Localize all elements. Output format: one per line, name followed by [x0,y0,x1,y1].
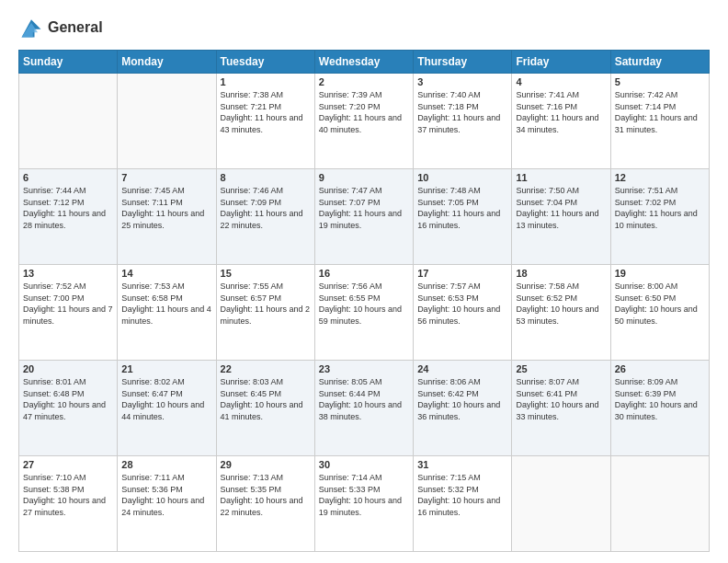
day-number: 19 [615,268,705,279]
day-info: Sunrise: 7:11 AMSunset: 5:36 PMDaylight:… [121,472,211,518]
day-cell: 6Sunrise: 7:44 AMSunset: 7:12 PMDaylight… [19,169,118,265]
weekday-header-sunday: Sunday [19,51,118,74]
day-cell: 1Sunrise: 7:38 AMSunset: 7:21 PMDaylight… [216,74,314,169]
header: General [18,15,710,40]
page: General SundayMondayTuesdayWednesdayThur… [0,0,728,563]
day-cell: 12Sunrise: 7:51 AMSunset: 7:02 PMDayligh… [610,169,709,265]
day-info: Sunrise: 7:53 AMSunset: 6:58 PMDaylight:… [121,281,211,327]
day-number: 7 [121,172,211,183]
day-number: 5 [615,76,705,87]
day-number: 4 [516,76,606,87]
logo-icon [18,15,44,40]
day-number: 24 [417,363,507,374]
day-cell: 30Sunrise: 7:14 AMSunset: 5:33 PMDayligh… [314,456,413,552]
day-number: 29 [221,459,311,470]
day-cell: 13Sunrise: 7:52 AMSunset: 7:00 PMDayligh… [19,265,118,361]
logo-text: General [48,19,103,36]
day-number: 15 [221,268,311,279]
day-cell: 11Sunrise: 7:50 AMSunset: 7:04 PMDayligh… [512,169,610,265]
day-cell: 26Sunrise: 8:09 AMSunset: 6:39 PMDayligh… [610,361,709,456]
day-number: 25 [516,363,606,374]
week-row-5: 27Sunrise: 7:10 AMSunset: 5:38 PMDayligh… [19,456,710,552]
day-info: Sunrise: 7:13 AMSunset: 5:35 PMDaylight:… [221,472,311,518]
day-cell: 8Sunrise: 7:46 AMSunset: 7:09 PMDaylight… [216,169,314,265]
day-info: Sunrise: 7:56 AMSunset: 6:55 PMDaylight:… [319,281,409,327]
day-cell: 3Sunrise: 7:40 AMSunset: 7:18 PMDaylight… [414,74,512,169]
day-cell: 19Sunrise: 8:00 AMSunset: 6:50 PMDayligh… [610,265,709,361]
weekday-header-thursday: Thursday [414,51,512,74]
day-info: Sunrise: 8:06 AMSunset: 6:42 PMDaylight:… [417,376,507,422]
day-info: Sunrise: 7:58 AMSunset: 6:52 PMDaylight:… [516,281,606,327]
day-cell [118,74,216,169]
day-cell: 31Sunrise: 7:15 AMSunset: 5:32 PMDayligh… [414,456,512,552]
calendar-table: SundayMondayTuesdayWednesdayThursdayFrid… [18,50,710,552]
day-number: 2 [319,76,409,87]
day-number: 12 [615,172,705,183]
day-cell: 18Sunrise: 7:58 AMSunset: 6:52 PMDayligh… [512,265,610,361]
day-cell: 14Sunrise: 7:53 AMSunset: 6:58 PMDayligh… [118,265,216,361]
day-info: Sunrise: 7:42 AMSunset: 7:14 PMDaylight:… [615,89,705,135]
day-cell: 24Sunrise: 8:06 AMSunset: 6:42 PMDayligh… [414,361,512,456]
logo: General [18,15,103,40]
day-info: Sunrise: 7:40 AMSunset: 7:18 PMDaylight:… [417,89,507,135]
day-info: Sunrise: 8:00 AMSunset: 6:50 PMDaylight:… [615,281,705,327]
day-number: 23 [319,363,409,374]
day-info: Sunrise: 7:41 AMSunset: 7:16 PMDaylight:… [516,89,606,135]
week-row-1: 1Sunrise: 7:38 AMSunset: 7:21 PMDaylight… [19,74,710,169]
day-number: 9 [319,172,409,183]
day-cell: 29Sunrise: 7:13 AMSunset: 5:35 PMDayligh… [216,456,314,552]
day-info: Sunrise: 7:57 AMSunset: 6:53 PMDaylight:… [417,281,507,327]
day-number: 6 [23,172,113,183]
day-info: Sunrise: 7:38 AMSunset: 7:21 PMDaylight:… [221,89,311,135]
day-cell [610,456,709,552]
day-info: Sunrise: 7:50 AMSunset: 7:04 PMDaylight:… [516,185,606,231]
day-number: 31 [417,459,507,470]
day-info: Sunrise: 7:52 AMSunset: 7:00 PMDaylight:… [23,281,113,327]
day-cell: 17Sunrise: 7:57 AMSunset: 6:53 PMDayligh… [414,265,512,361]
weekday-header-tuesday: Tuesday [216,51,314,74]
day-info: Sunrise: 7:47 AMSunset: 7:07 PMDaylight:… [319,185,409,231]
day-cell: 4Sunrise: 7:41 AMSunset: 7:16 PMDaylight… [512,74,610,169]
day-info: Sunrise: 7:44 AMSunset: 7:12 PMDaylight:… [23,185,113,231]
day-number: 13 [23,268,113,279]
weekday-header-row: SundayMondayTuesdayWednesdayThursdayFrid… [19,51,710,74]
day-number: 8 [221,172,311,183]
weekday-header-wednesday: Wednesday [314,51,413,74]
day-info: Sunrise: 8:03 AMSunset: 6:45 PMDaylight:… [221,376,311,422]
day-info: Sunrise: 8:07 AMSunset: 6:41 PMDaylight:… [516,376,606,422]
day-cell: 2Sunrise: 7:39 AMSunset: 7:20 PMDaylight… [314,74,413,169]
day-info: Sunrise: 7:15 AMSunset: 5:32 PMDaylight:… [417,472,507,518]
day-info: Sunrise: 8:05 AMSunset: 6:44 PMDaylight:… [319,376,409,422]
day-number: 18 [516,268,606,279]
day-info: Sunrise: 7:14 AMSunset: 5:33 PMDaylight:… [319,472,409,518]
weekday-header-friday: Friday [512,51,610,74]
day-cell: 16Sunrise: 7:56 AMSunset: 6:55 PMDayligh… [314,265,413,361]
day-cell: 23Sunrise: 8:05 AMSunset: 6:44 PMDayligh… [314,361,413,456]
day-number: 11 [516,172,606,183]
day-cell: 15Sunrise: 7:55 AMSunset: 6:57 PMDayligh… [216,265,314,361]
day-cell: 10Sunrise: 7:48 AMSunset: 7:05 PMDayligh… [414,169,512,265]
day-info: Sunrise: 7:46 AMSunset: 7:09 PMDaylight:… [221,185,311,231]
day-cell: 5Sunrise: 7:42 AMSunset: 7:14 PMDaylight… [610,74,709,169]
week-row-3: 13Sunrise: 7:52 AMSunset: 7:00 PMDayligh… [19,265,710,361]
day-cell: 25Sunrise: 8:07 AMSunset: 6:41 PMDayligh… [512,361,610,456]
day-number: 16 [319,268,409,279]
day-info: Sunrise: 7:45 AMSunset: 7:11 PMDaylight:… [121,185,211,231]
day-info: Sunrise: 8:01 AMSunset: 6:48 PMDaylight:… [23,376,113,422]
week-row-4: 20Sunrise: 8:01 AMSunset: 6:48 PMDayligh… [19,361,710,456]
day-number: 17 [417,268,507,279]
day-info: Sunrise: 8:02 AMSunset: 6:47 PMDaylight:… [121,376,211,422]
day-info: Sunrise: 7:51 AMSunset: 7:02 PMDaylight:… [615,185,705,231]
weekday-header-saturday: Saturday [610,51,709,74]
day-info: Sunrise: 7:55 AMSunset: 6:57 PMDaylight:… [221,281,311,327]
day-number: 1 [221,76,311,87]
day-cell: 9Sunrise: 7:47 AMSunset: 7:07 PMDaylight… [314,169,413,265]
day-cell: 21Sunrise: 8:02 AMSunset: 6:47 PMDayligh… [118,361,216,456]
day-number: 3 [417,76,507,87]
day-cell: 27Sunrise: 7:10 AMSunset: 5:38 PMDayligh… [19,456,118,552]
day-number: 22 [221,363,311,374]
day-info: Sunrise: 7:48 AMSunset: 7:05 PMDaylight:… [417,185,507,231]
day-number: 20 [23,363,113,374]
weekday-header-monday: Monday [118,51,216,74]
day-cell: 20Sunrise: 8:01 AMSunset: 6:48 PMDayligh… [19,361,118,456]
